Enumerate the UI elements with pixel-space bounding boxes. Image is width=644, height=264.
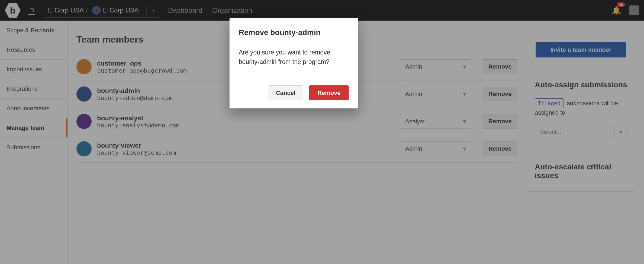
modal-title: Remove bounty-admin xyxy=(239,28,349,37)
confirm-remove-button[interactable]: Remove xyxy=(309,85,349,100)
remove-member-modal: Remove bounty-admin Are you sure you wan… xyxy=(230,18,358,108)
cancel-button[interactable]: Cancel xyxy=(268,85,303,100)
modal-body: Are you sure you want to remove bounty-a… xyxy=(239,48,349,66)
